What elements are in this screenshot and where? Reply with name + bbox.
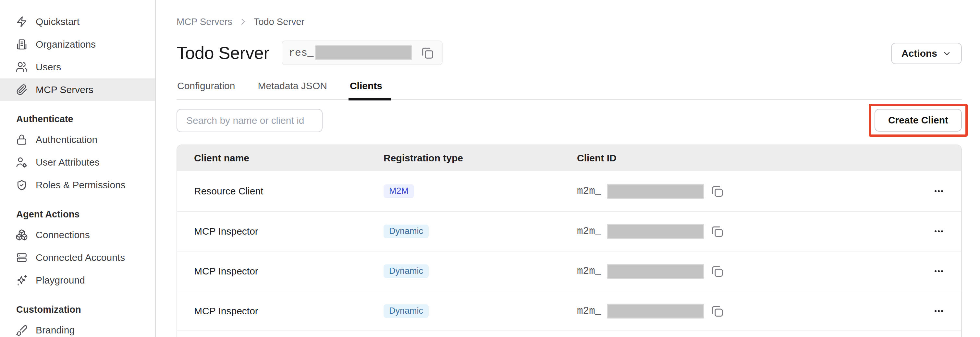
copy-icon [710,304,724,318]
sidebar-item-label: MCP Servers [36,84,94,95]
sidebar-item-connections[interactable]: Connections [0,223,155,246]
client-id-redaction [607,184,704,199]
tab-configuration[interactable]: Configuration [177,81,235,99]
tab-clients[interactable]: Clients [349,81,383,99]
client-id-cell: m2m_ [577,224,908,239]
tab-metadata-json[interactable]: Metadata JSON [257,81,328,99]
client-id-cell: m2m_ [577,184,908,199]
resource-id-prefix: res_ [289,47,314,59]
shield-check-icon [16,179,28,191]
bolt-icon [16,16,28,28]
sidebar-item-roles-permissions[interactable]: Roles & Permissions [0,174,155,196]
breadcrumb-todo-server: Todo Server [254,16,304,27]
sidebar-item-users[interactable]: Users [0,56,155,78]
tab-bar: Configuration Metadata JSON Clients [177,81,962,100]
actions-button-label: Actions [902,48,937,59]
chevron-right-icon [238,17,248,27]
sidebar-nav: Quickstart Organizations Users MCP Serve… [0,0,156,337]
sidebar-section-customization: Customization [0,300,155,319]
client-id-redaction [607,264,704,278]
client-id-cell: m2m_ [577,264,908,278]
sidebar-item-label: Users [36,62,61,73]
sidebar-item-label: Quickstart [36,16,80,27]
column-header-client-id: Client ID [577,153,908,164]
row-menu-button[interactable] [933,226,944,237]
table-row: Resource Client M2M m2m_ [177,171,961,211]
page-title: Todo Server [177,43,269,63]
sidebar-section-authenticate: Authenticate [0,109,155,128]
client-id-prefix: m2m_ [577,185,601,197]
sidebar-item-label: Playground [36,275,85,286]
client-id-prefix: m2m_ [577,266,601,277]
row-menu-button[interactable] [933,186,944,197]
registration-type-badge: M2M [383,184,414,198]
page-header: Todo Server res_ [177,40,962,65]
sidebar-section-label: Agent Actions [16,209,80,220]
clients-toolbar: Create Client [177,109,962,132]
lock-icon [16,133,28,146]
actions-button[interactable]: Actions [891,43,962,64]
main-content: MCP Servers Todo Server Todo Server res_… [156,0,980,337]
sidebar-item-branding[interactable]: Branding [0,319,155,337]
stacked-rows-icon [16,252,28,264]
table-row-partial [177,331,961,337]
copy-client-id-button[interactable] [710,184,724,198]
sidebar-item-label: Connections [36,229,90,240]
breadcrumb-mcp-servers[interactable]: MCP Servers [177,16,232,27]
user-gear-icon [16,156,28,169]
copy-icon [420,45,435,60]
client-name-cell: MCP Inspector [194,226,383,237]
chevron-down-icon [942,49,951,58]
row-menu-button[interactable] [933,266,944,277]
client-name-cell: MCP Inspector [194,305,383,316]
sidebar-section-label: Customization [16,304,81,315]
users-icon [16,61,28,73]
client-id-redaction [607,224,704,239]
row-menu-button[interactable] [933,305,944,316]
sidebar-item-user-attributes[interactable]: User Attributes [0,151,155,174]
annotation-highlight-box: Create Client [869,104,968,137]
table-row: MCP Inspector Dynamic m2m_ [177,251,961,291]
sidebar-item-label: Authentication [36,134,97,145]
building-icon [16,38,28,51]
table-row: MCP Inspector Dynamic m2m_ [177,211,961,251]
sidebar-item-quickstart[interactable]: Quickstart [0,10,155,33]
sidebar-item-organizations[interactable]: Organizations [0,33,155,56]
search-input[interactable] [177,109,323,132]
breadcrumb: MCP Servers Todo Server [177,16,962,27]
column-header-client-name: Client name [194,153,383,164]
sidebar-item-connected-accounts[interactable]: Connected Accounts [0,246,155,269]
sidebar-item-label: Organizations [36,39,96,50]
paperclip-icon [16,84,28,96]
paintbrush-icon [16,324,28,336]
copy-client-id-button[interactable] [710,264,724,278]
app-window: Quickstart Organizations Users MCP Serve… [0,0,980,337]
resource-id-redaction [315,45,412,60]
column-header-registration-type: Registration type [383,153,577,164]
sidebar-item-label: Connected Accounts [36,252,125,263]
sidebar-item-playground[interactable]: Playground [0,269,155,292]
ellipsis-icon [933,186,944,197]
client-id-prefix: m2m_ [577,226,601,237]
ellipsis-icon [933,266,944,277]
copy-resource-id-button[interactable] [420,45,435,60]
registration-type-badge: Dynamic [383,264,429,278]
registration-type-badge: Dynamic [383,304,429,318]
copy-client-id-button[interactable] [710,224,724,239]
copy-icon [710,224,724,239]
table-header-row: Client name Registration type Client ID [177,145,961,171]
sidebar-section-agent-actions: Agent Actions [0,205,155,223]
cubes-icon [16,229,28,241]
client-id-cell: m2m_ [577,304,908,318]
resource-id-chip: res_ [282,41,443,65]
copy-icon [710,264,724,278]
registration-type-badge: Dynamic [383,225,429,238]
client-id-redaction [607,304,704,318]
client-name-cell: Resource Client [194,186,383,197]
sidebar-item-mcp-servers[interactable]: MCP Servers [0,78,155,101]
client-id-prefix: m2m_ [577,305,601,316]
create-client-button[interactable]: Create Client [875,109,962,131]
copy-client-id-button[interactable] [710,304,724,318]
sidebar-item-authentication[interactable]: Authentication [0,128,155,151]
clients-table: Client name Registration type Client ID … [177,144,962,337]
